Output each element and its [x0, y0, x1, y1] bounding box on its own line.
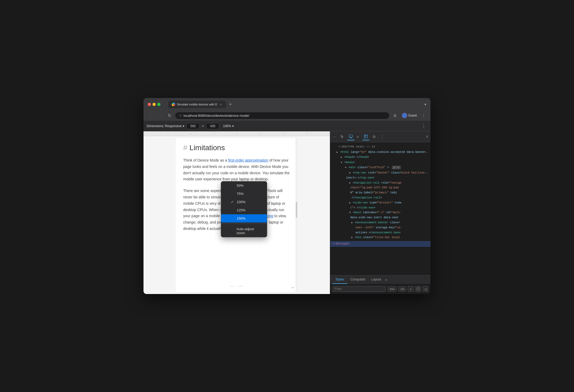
- ruler-mark: [168, 133, 191, 135]
- svg-rect-0: [349, 135, 352, 137]
- zoom-selector[interactable]: 100% ▾: [221, 123, 235, 129]
- browser-toolbar-right: ⧉ 👤 Guest ⋮: [391, 112, 427, 119]
- device-icon: [349, 134, 353, 139]
- first-order-link[interactable]: first-order approximation: [228, 158, 268, 162]
- scrollbar[interactable]: [295, 138, 298, 292]
- html-doctype-selected[interactable]: <!doctype>: [330, 241, 431, 247]
- toggle-sidebar-button[interactable]: ◁: [423, 286, 428, 292]
- height-input[interactable]: [206, 123, 219, 129]
- devtools-toolbar: ··· »: [330, 131, 431, 142]
- zoom-option-100[interactable]: ✓ 100%: [221, 198, 267, 206]
- ruler-mark: [214, 133, 237, 135]
- tab-layout-label: Layout: [371, 278, 381, 281]
- add-style-rule-button[interactable]: +: [408, 286, 414, 292]
- page-para-1: Think of Device Mode as a first-order ap…: [183, 157, 290, 182]
- html-tag-announcement-2: nner--info" storage-key="us: [330, 225, 431, 230]
- zoom-check-100: ✓: [231, 200, 235, 204]
- html-tag-top-nav-close: inert>…</top-nav>: [330, 175, 431, 180]
- zoom-option-125[interactable]: 125%: [221, 206, 267, 214]
- tab-computed-label: Computed: [351, 278, 365, 281]
- dimensions-dropdown-arrow: ▾: [183, 124, 184, 128]
- zoom-label-100: 100%: [237, 200, 245, 204]
- tabs-row: Simulate mobile devices with D × + ▾: [168, 101, 426, 108]
- devtools-close-button[interactable]: ×: [426, 134, 428, 139]
- html-tag-announcement-3: active>…</announcement-bann: [330, 230, 431, 235]
- new-style-rule-button[interactable]: [415, 286, 421, 292]
- zoom-label-125: 125%: [237, 208, 245, 212]
- page-bottom-bar: — —: [230, 283, 244, 289]
- html-tag-html: ▶ <html lang="en" data-cookies-accepted …: [330, 150, 431, 155]
- forward-button[interactable]: →: [156, 112, 164, 119]
- new-tab-button[interactable]: +: [227, 101, 234, 108]
- inspect-element-tool[interactable]: [339, 133, 346, 140]
- elements-icon: [364, 134, 368, 139]
- heading-text: Limitations: [190, 144, 225, 152]
- tab-styles[interactable]: Styles: [332, 275, 347, 284]
- devtools-overflow-dots[interactable]: ···: [332, 135, 338, 139]
- ruler-mark: [284, 133, 307, 135]
- zoom-label-150: 150%: [237, 216, 245, 220]
- refresh-button[interactable]: ↻: [166, 112, 173, 119]
- devtools-panel: ··· »: [330, 131, 431, 294]
- device-toolbar-more-button[interactable]: ⋮: [420, 122, 427, 130]
- device-mode-tool[interactable]: [347, 133, 355, 140]
- html-tag-head: ▶ <head>…</head>: [330, 155, 431, 160]
- address-bar[interactable]: ⓘ localhost:8080/docs/devtools/device-mo…: [175, 112, 389, 119]
- main-content: # Limitations Think of Device Mode as a …: [144, 131, 431, 294]
- width-input[interactable]: [186, 123, 200, 129]
- dimensions-selector[interactable]: Dimensions: Responsive ▾: [147, 124, 184, 128]
- html-tag-scaffold: ▼ <div class="scaffold" > grid: [330, 165, 431, 170]
- zoom-option-50[interactable]: 50%: [221, 181, 267, 190]
- ruler-mark: [191, 133, 214, 135]
- close-traffic-light[interactable]: [148, 103, 151, 106]
- html-tag-top-nav: ▶ <top-nav role="banner" class=block hai…: [330, 170, 431, 175]
- zoom-option-150[interactable]: 150%: [221, 214, 267, 222]
- html-tag-title-bar: ▶ <div class="title-bar displ: [330, 235, 431, 240]
- back-button[interactable]: ←: [147, 112, 154, 119]
- devtools-tab-more[interactable]: »: [384, 275, 388, 284]
- page-viewport: # Limitations Think of Device Mode as a …: [144, 131, 330, 294]
- omnibox-row: ← → ↻ ⓘ localhost:8080/docs/devtools/dev…: [144, 110, 431, 121]
- ruler-mark: [307, 133, 330, 135]
- tab-close-button[interactable]: ×: [219, 102, 223, 106]
- profile-button[interactable]: 👤 Guest: [400, 112, 419, 119]
- zoom-label: 100%: [223, 124, 231, 128]
- browser-window: Simulate mobile devices with D × + ▾ ← →…: [144, 98, 431, 294]
- tab-layout[interactable]: Layout: [368, 275, 384, 284]
- browser-tab[interactable]: Simulate mobile devices with D ×: [168, 101, 226, 108]
- html-tag-nav-rail: ▶ <navigation-rail role="naviga: [330, 180, 431, 185]
- tab-switcher-button[interactable]: ⧉: [391, 112, 399, 119]
- tab-computed[interactable]: Computed: [347, 275, 368, 284]
- devtools-more-tools[interactable]: »: [356, 134, 360, 139]
- tab-favicon: [172, 103, 175, 106]
- zoom-option-75[interactable]: 75%: [221, 190, 267, 198]
- tab-overflow-button[interactable]: ▾: [424, 102, 426, 108]
- profile-label: Guest: [408, 114, 417, 117]
- hov-button[interactable]: :hov: [387, 286, 397, 292]
- zoom-arrow-icon: ▾: [232, 124, 234, 128]
- html-tree[interactable]: ···<!DOCTYPE html> == $0 ▶ <html lang="e…: [330, 142, 431, 275]
- zoom-dropdown: 50% 75% ✓ 100% 125% 150%: [221, 181, 267, 237]
- cls-button[interactable]: .cls: [398, 286, 406, 292]
- edit-icon[interactable]: ✏: [291, 286, 294, 290]
- minimize-traffic-light[interactable]: [153, 103, 156, 106]
- heading-hash: #: [183, 144, 187, 152]
- title-bar: Simulate mobile devices with D × + ▾: [144, 98, 431, 110]
- dimension-separator: ×: [202, 124, 204, 128]
- profile-icon: 👤: [402, 113, 407, 118]
- settings-button[interactable]: ⚙: [371, 133, 378, 140]
- doctype-text: <!doctype>: [332, 242, 350, 245]
- html-tag-main: ▼ <main tabindex="-1" id="main-: [330, 210, 431, 215]
- traffic-lights: [148, 103, 160, 106]
- html-tag-side-nav-2: t">…</side-nav>: [330, 205, 431, 210]
- chrome-menu-button[interactable]: ⋮: [420, 112, 427, 119]
- maximize-traffic-light[interactable]: [157, 103, 160, 106]
- elements-panel-button[interactable]: [362, 133, 370, 140]
- ruler-mark: [237, 133, 261, 135]
- styles-filter-input[interactable]: [332, 286, 386, 292]
- zoom-label-auto: Auto-adjust zoom: [236, 227, 263, 235]
- zoom-option-auto[interactable]: Auto-adjust zoom: [221, 225, 267, 237]
- devtools-panel-more[interactable]: ⋮: [379, 134, 385, 139]
- device-toolbar: Dimensions: Responsive ▾ × 100% ▾ ⋮: [144, 121, 431, 131]
- html-tag-nav-rail-3: 0" aria-label="primary" tabi: [330, 190, 431, 195]
